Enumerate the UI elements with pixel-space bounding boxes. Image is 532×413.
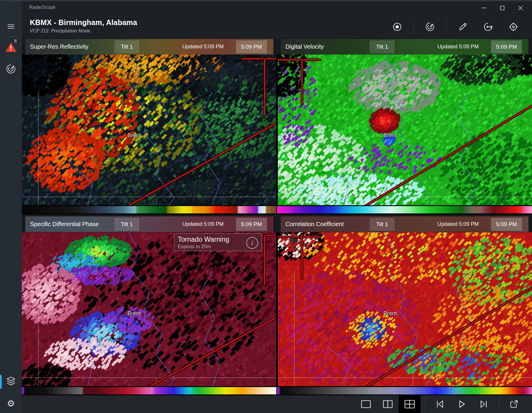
radar-row-top (22, 55, 532, 205)
app-title: RadarScope (29, 5, 55, 10)
share-button[interactable] (503, 395, 525, 413)
reflectivity-color-scale (22, 206, 276, 213)
sidebar-divider (4, 59, 18, 59)
titlebar[interactable]: RadarScope (22, 1, 532, 15)
panel-header-kdp: Specific Differential Phase Tilt 1 Updat… (25, 216, 273, 232)
city-label: Brent (127, 310, 141, 317)
tilt-selector[interactable]: Tilt 1 (370, 40, 394, 53)
single-pane-button[interactable] (355, 395, 377, 413)
city-label: Brent (383, 310, 397, 317)
close-button[interactable] (511, 2, 530, 14)
radar-inspector-button[interactable] (417, 19, 443, 35)
updated-label: Updated 5:09 PM (139, 221, 236, 227)
product-title[interactable]: Super-Res Reflectivity (30, 43, 114, 50)
minimize-button[interactable] (475, 2, 493, 14)
radar-map-kdp[interactable] (22, 232, 276, 386)
info-icon[interactable]: i (246, 237, 258, 249)
panel-header-reflectivity: Super-Res Reflectivity Tilt 1 Updated 5:… (25, 39, 273, 55)
header-toolbar (385, 18, 526, 36)
updated-label: Updated 5:09 PM (395, 221, 491, 227)
radar-site-title: KBMX - Birmingham, Alabama (30, 18, 137, 27)
app-header: KBMX - Birmingham, Alabama VCP 212: Prec… (22, 15, 532, 38)
quad-pane-button[interactable] (399, 395, 421, 413)
updated-label: Updated 5:09 PM (395, 44, 491, 50)
tilt-selector[interactable]: Tilt 1 (114, 218, 139, 231)
window-controls (475, 1, 530, 15)
city-label: Brent (383, 132, 397, 139)
go-to-radar-button[interactable] (475, 19, 501, 35)
dual-pane-button[interactable] (377, 395, 399, 413)
warning-expiry: Expires in 20m (178, 244, 258, 250)
radar-map-reflectivity[interactable] (22, 55, 276, 205)
velocity-color-scale (277, 206, 532, 213)
layers-icon (6, 376, 16, 387)
menu-button[interactable] (0, 21, 22, 33)
layers-button[interactable] (0, 375, 22, 389)
color-scale-row-top (22, 205, 532, 214)
product-title[interactable]: Digital Velocity (285, 43, 370, 50)
frame-time-chip[interactable]: 5:09 PM (491, 40, 522, 53)
city-label: Brent (127, 132, 141, 139)
radar-selector-button[interactable] (0, 62, 22, 77)
draw-button[interactable] (450, 19, 475, 35)
kdp-color-scale (22, 387, 276, 394)
radarscope-window: RadarScope 5 (0, 0, 532, 413)
cc-color-scale (277, 387, 532, 394)
tornado-warning-popup[interactable]: Tornado Warning Expires in 20m i (174, 233, 262, 251)
record-button[interactable] (385, 19, 410, 35)
radar-map-cc[interactable] (278, 232, 532, 386)
tilt-selector[interactable]: Tilt 1 (370, 218, 394, 231)
panel-header-cc: Correlation Coefficient Tilt 1 Updated 5… (281, 216, 528, 232)
skip-to-start-button[interactable] (429, 395, 451, 413)
panel-header-velocity: Digital Velocity Tilt 1 Updated 5:09 PM … (281, 39, 528, 55)
product-title[interactable]: Correlation Coefficient (285, 221, 370, 228)
radar-row-bottom (22, 232, 532, 386)
radar-target-icon (6, 64, 16, 75)
toolbar-divider (446, 19, 446, 34)
alerts-button[interactable] (0, 41, 22, 55)
toolbar-divider (425, 398, 425, 411)
settings-button[interactable]: ⚙ (0, 397, 22, 410)
product-title[interactable]: Specific Differential Phase (30, 221, 114, 228)
gps-center-button[interactable] (501, 19, 526, 35)
skip-to-end-button[interactable] (473, 395, 495, 413)
updated-label: Updated 5:09 PM (139, 44, 236, 50)
vcp-mode-subtitle: VCP 212: Precipitation Mode (30, 28, 90, 34)
hamburger-icon (7, 24, 15, 31)
warning-triangle-icon (5, 42, 17, 54)
frame-time-chip[interactable]: 5:09 PM (236, 40, 267, 53)
maximize-button[interactable] (493, 2, 511, 14)
toolbar-divider (413, 19, 414, 34)
play-button[interactable] (451, 395, 473, 413)
frame-time-chip[interactable]: 5:09 PM (236, 218, 267, 231)
sidebar-divider (4, 37, 18, 37)
tilt-selector[interactable]: Tilt 1 (114, 40, 139, 53)
color-scale-row-bottom (22, 386, 532, 395)
frame-time-chip[interactable]: 5:09 PM (491, 218, 522, 231)
radar-map-velocity[interactable] (278, 55, 532, 205)
sidebar: 5 (0, 1, 22, 413)
toolbar-divider (499, 398, 499, 411)
bottom-toolbar (22, 395, 532, 413)
gear-icon: ⚙ (7, 399, 15, 408)
